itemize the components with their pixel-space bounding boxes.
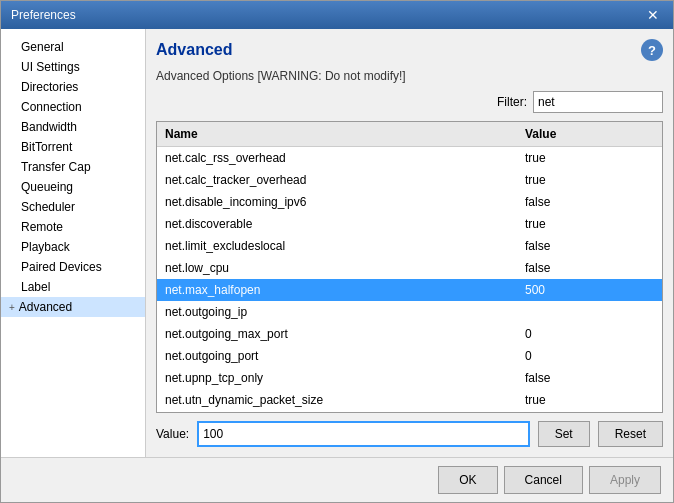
value-header: Value: [517, 125, 662, 143]
sidebar-item-ui-settings[interactable]: UI Settings: [1, 57, 145, 77]
table-cell-name: net.outgoing_max_port: [157, 325, 517, 343]
footer: OK Cancel Apply: [1, 457, 673, 502]
cancel-button[interactable]: Cancel: [504, 466, 583, 494]
value-input[interactable]: [197, 421, 529, 447]
table-row[interactable]: net.outgoing_port0: [157, 345, 662, 367]
table-cell-name: net.utn_dynamic_packet_size: [157, 391, 517, 409]
filter-row: Filter:: [156, 91, 663, 113]
sidebar-item-playback[interactable]: Playback: [1, 237, 145, 257]
table-cell-value: 0: [517, 325, 662, 343]
sidebar-item-scheduler[interactable]: Scheduler: [1, 197, 145, 217]
table-header: Name Value: [157, 122, 662, 147]
value-label: Value:: [156, 427, 189, 441]
help-button[interactable]: ?: [641, 39, 663, 61]
table-row[interactable]: net.calc_rss_overheadtrue: [157, 147, 662, 169]
sidebar-item-label: Playback: [21, 240, 70, 254]
set-button[interactable]: Set: [538, 421, 590, 447]
sidebar-item-connection[interactable]: Connection: [1, 97, 145, 117]
table-cell-value: true: [517, 215, 662, 233]
table-cell-name: net.outgoing_port: [157, 347, 517, 365]
reset-button[interactable]: Reset: [598, 421, 663, 447]
sidebar-item-queueing[interactable]: Queueing: [1, 177, 145, 197]
table-cell-name: net.calc_rss_overhead: [157, 149, 517, 167]
table-cell-name: net.discoverable: [157, 215, 517, 233]
table-cell-value: 0: [517, 347, 662, 365]
table-row[interactable]: net.calc_tracker_overheadtrue: [157, 169, 662, 191]
title-bar: Preferences ✕: [1, 1, 673, 29]
close-button[interactable]: ✕: [643, 8, 663, 22]
table-cell-name: net.disable_incoming_ipv6: [157, 193, 517, 211]
advanced-table: Name Value net.calc_rss_overheadtruenet.…: [156, 121, 663, 413]
table-row[interactable]: net.low_cpufalse: [157, 257, 662, 279]
table-row[interactable]: net.upnp_tcp_onlyfalse: [157, 367, 662, 389]
sidebar-item-remote[interactable]: Remote: [1, 217, 145, 237]
ok-button[interactable]: OK: [438, 466, 497, 494]
sidebar-item-bittorrent[interactable]: BitTorrent: [1, 137, 145, 157]
expand-icon: +: [9, 302, 15, 313]
sidebar-item-label: Label: [21, 280, 50, 294]
apply-button[interactable]: Apply: [589, 466, 661, 494]
sidebar-item-label: Paired Devices: [21, 260, 102, 274]
table-cell-name: net.outgoing_ip: [157, 303, 517, 321]
panel-header: Advanced ?: [156, 39, 663, 61]
filter-input[interactable]: [533, 91, 663, 113]
sidebar-item-label: Remote: [21, 220, 63, 234]
sidebar-item-label: Scheduler: [21, 200, 75, 214]
name-header: Name: [157, 125, 517, 143]
sidebar-item-label: Queueing: [21, 180, 73, 194]
table-row[interactable]: net.discoverabletrue: [157, 213, 662, 235]
filter-label: Filter:: [497, 95, 527, 109]
sidebar-item-label: Directories: [21, 80, 78, 94]
warning-text: Advanced Options [WARNING: Do not modify…: [156, 69, 663, 83]
preferences-window: Preferences ✕ GeneralUI SettingsDirector…: [0, 0, 674, 503]
table-body: net.calc_rss_overheadtruenet.calc_tracke…: [157, 147, 662, 412]
window-title: Preferences: [11, 8, 76, 22]
sidebar-item-directories[interactable]: Directories: [1, 77, 145, 97]
panel-title: Advanced: [156, 41, 232, 59]
table-cell-value: 500: [517, 281, 662, 299]
sidebar-item-bandwidth[interactable]: Bandwidth: [1, 117, 145, 137]
sidebar-item-label: UI Settings: [21, 60, 80, 74]
main-panel: Advanced ? Advanced Options [WARNING: Do…: [146, 29, 673, 457]
table-row[interactable]: net.outgoing_max_port0: [157, 323, 662, 345]
table-cell-value: [517, 310, 662, 314]
sidebar-item-general[interactable]: General: [1, 37, 145, 57]
table-cell-name: net.low_cpu: [157, 259, 517, 277]
table-cell-name: net.limit_excludeslocal: [157, 237, 517, 255]
table-row[interactable]: net.limit_excludeslocalfalse: [157, 235, 662, 257]
sidebar-item-transfer-cap[interactable]: Transfer Cap: [1, 157, 145, 177]
table-cell-name: net.calc_tracker_overhead: [157, 171, 517, 189]
table-row[interactable]: net.max_halfopen500: [157, 279, 662, 301]
sidebar-item-label[interactable]: Label: [1, 277, 145, 297]
sidebar: GeneralUI SettingsDirectoriesConnectionB…: [1, 29, 146, 457]
sidebar-item-label: BitTorrent: [21, 140, 72, 154]
table-cell-value: false: [517, 369, 662, 387]
sidebar-item-label: Bandwidth: [21, 120, 77, 134]
table-cell-name: net.upnp_tcp_only: [157, 369, 517, 387]
table-cell-value: false: [517, 259, 662, 277]
value-section: Value: Set Reset: [156, 421, 663, 447]
table-cell-value: true: [517, 391, 662, 409]
table-cell-value: false: [517, 237, 662, 255]
sidebar-item-label: Transfer Cap: [21, 160, 91, 174]
table-cell-value: true: [517, 171, 662, 189]
sidebar-item-advanced[interactable]: +Advanced: [1, 297, 145, 317]
table-row[interactable]: net.utn_dynamic_packet_sizetrue: [157, 389, 662, 411]
table-row[interactable]: net.disable_incoming_ipv6false: [157, 191, 662, 213]
sidebar-item-label: General: [21, 40, 64, 54]
table-row[interactable]: net.outgoing_ip: [157, 301, 662, 323]
content-area: GeneralUI SettingsDirectoriesConnectionB…: [1, 29, 673, 457]
sidebar-item-label: Connection: [21, 100, 82, 114]
table-cell-name: net.max_halfopen: [157, 281, 517, 299]
sidebar-item-paired-devices[interactable]: Paired Devices: [1, 257, 145, 277]
table-cell-value: true: [517, 149, 662, 167]
sidebar-item-label: Advanced: [19, 300, 72, 314]
table-cell-value: false: [517, 193, 662, 211]
